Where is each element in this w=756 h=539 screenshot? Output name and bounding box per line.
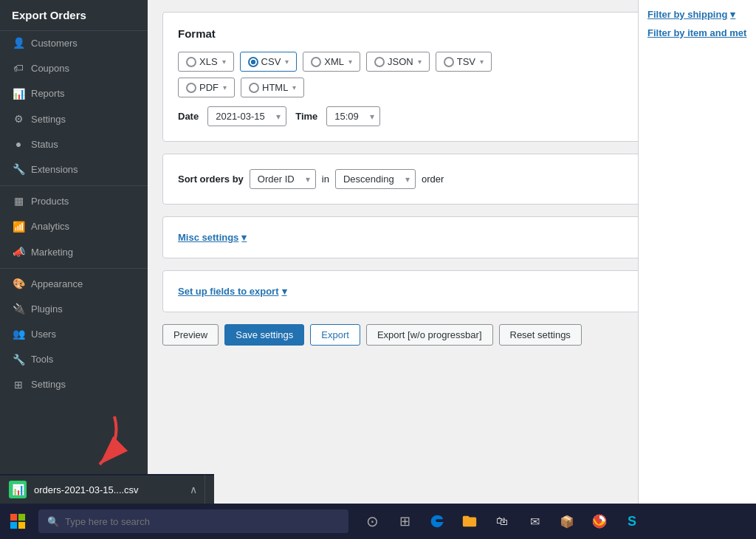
sidebar-header: Export Orders <box>0 0 148 31</box>
taskbar-mail-icon[interactable]: ✉ <box>520 507 549 536</box>
sort-dir-wrapper: Descending <box>335 169 416 189</box>
date-select[interactable]: 2021-03-15 <box>207 106 286 126</box>
xls-radio <box>186 57 196 67</box>
setup-chevron-icon: ▾ <box>282 286 287 297</box>
csv-radio <box>248 57 258 67</box>
tools-icon: 🔧 <box>12 353 25 366</box>
taskbar-dropbox-icon[interactable]: 📦 <box>552 507 582 536</box>
format-xml-btn[interactable]: XML ▾ <box>303 52 360 72</box>
html-arrow: ▾ <box>292 83 296 92</box>
sidebar-menu: 👤 Customers 🏷 Coupons 📊 Reports ⚙ Settin… <box>0 31 148 539</box>
preview-button[interactable]: Preview <box>162 324 219 346</box>
start-button[interactable] <box>0 504 35 539</box>
sidebar-item-users[interactable]: 👥 Users <box>0 322 148 347</box>
svg-rect-3 <box>10 522 17 529</box>
svg-rect-2 <box>18 514 25 521</box>
export-button[interactable]: Export <box>310 324 360 346</box>
sidebar-item-customers[interactable]: 👤 Customers <box>0 31 148 56</box>
csv-label: CSV <box>261 56 281 67</box>
download-filename: orders-2021-03-15....csv <box>34 484 182 495</box>
search-icon: 🔍 <box>47 516 59 527</box>
xml-label: XML <box>324 56 344 67</box>
export-no-progress-button[interactable]: Export [w/o progressbar] <box>366 324 493 346</box>
search-bar[interactable]: 🔍 <box>38 509 348 533</box>
tsv-radio <box>444 57 454 67</box>
xml-radio <box>311 57 321 67</box>
format-tsv-btn[interactable]: TSV ▾ <box>436 52 492 72</box>
date-label: Date <box>178 111 199 122</box>
sidebar-item-tools[interactable]: 🔧 Tools <box>0 347 148 372</box>
json-radio <box>374 57 385 67</box>
pdf-arrow: ▾ <box>223 83 227 92</box>
filter-shipping-link[interactable]: Filter by shipping ▾ <box>647 9 747 20</box>
reset-settings-button[interactable]: Reset settings <box>499 324 582 346</box>
misc-chevron-icon: ▾ <box>241 232 247 243</box>
taskbar-circle-icon[interactable]: ⊙ <box>357 507 387 536</box>
settings2-icon: ⊞ <box>12 379 25 392</box>
order-label: order <box>422 174 444 185</box>
html-label: HTML <box>262 82 288 93</box>
sort-label: Sort orders by <box>178 174 244 185</box>
format-html-btn[interactable]: HTML ▾ <box>241 78 304 97</box>
sidebar-item-status[interactable]: ● Status <box>0 132 148 157</box>
sort-field-select[interactable]: Order ID <box>250 169 316 189</box>
taskbar-grid-icon[interactable]: ⊞ <box>390 507 419 536</box>
misc-settings-link[interactable]: Misc settings ▾ <box>178 232 247 243</box>
taskbar-edge-icon[interactable] <box>422 507 452 536</box>
format-json-btn[interactable]: JSON ▾ <box>366 52 430 72</box>
analytics-icon: 📶 <box>12 220 25 233</box>
time-select[interactable]: 15:09 <box>326 106 380 126</box>
format-pdf-btn[interactable]: PDF ▾ <box>178 78 235 97</box>
sidebar-item-analytics[interactable]: 📶 Analytics <box>0 214 148 239</box>
download-divider <box>205 475 205 504</box>
time-select-wrapper: 15:09 <box>326 106 380 126</box>
sidebar-item-plugins[interactable]: 🔌 Plugins <box>0 297 148 322</box>
users-icon: 👥 <box>12 328 25 341</box>
sort-direction-select[interactable]: Descending <box>335 169 416 189</box>
sidebar-item-settings[interactable]: ⚙ Settings <box>0 107 148 132</box>
html-radio <box>249 83 259 93</box>
xls-label: XLS <box>199 56 218 67</box>
sidebar-item-coupons[interactable]: 🏷 Coupons <box>0 56 148 81</box>
taskbar-store-icon[interactable]: 🛍 <box>487 507 517 536</box>
download-file-icon: 📊 <box>9 481 27 498</box>
xls-arrow: ▾ <box>222 58 226 66</box>
taskbar-folder-icon[interactable] <box>455 507 484 536</box>
download-bar: 📊 orders-2021-03-15....csv ∧ <box>0 474 214 504</box>
svg-rect-4 <box>18 522 25 529</box>
search-input[interactable] <box>65 516 340 527</box>
save-settings-button[interactable]: Save settings <box>224 324 304 346</box>
taskbar-s-icon[interactable]: S <box>617 507 647 536</box>
tsv-arrow: ▾ <box>480 58 484 66</box>
csv-arrow: ▾ <box>285 58 289 66</box>
sidebar-item-appearance[interactable]: 🎨 Appearance <box>0 272 148 297</box>
sidebar-item-reports[interactable]: 📊 Reports <box>0 81 148 106</box>
in-label: in <box>322 174 329 185</box>
settings-icon: ⚙ <box>12 113 25 126</box>
right-panel: Filter by shipping ▾ Filter by item and … <box>638 0 756 504</box>
date-select-wrapper: 2021-03-15 <box>207 106 286 126</box>
status-icon: ● <box>12 138 25 151</box>
json-label: JSON <box>388 56 413 67</box>
json-arrow: ▾ <box>418 58 422 66</box>
filter-item-link[interactable]: Filter by item and met <box>647 27 747 38</box>
format-xls-btn[interactable]: XLS ▾ <box>178 52 234 72</box>
format-csv-btn[interactable]: CSV ▾ <box>240 52 298 72</box>
setup-fields-link[interactable]: Set up fields to export ▾ <box>178 286 287 297</box>
taskbar-icons: ⊙ ⊞ 🛍 ✉ 📦 S <box>357 507 647 536</box>
sidebar-item-products[interactable]: ▦ Products <box>0 189 148 214</box>
sidebar-item-marketing[interactable]: 📣 Marketing <box>0 240 148 265</box>
sidebar-item-settings2[interactable]: ⊞ Settings <box>0 372 148 397</box>
sidebar-item-extensions[interactable]: 🔧 Extensions <box>0 157 148 182</box>
extensions-icon: 🔧 <box>12 163 25 176</box>
sidebar: Export Orders 👤 Customers 🏷 Coupons 📊 Re… <box>0 0 148 539</box>
download-chevron-icon[interactable]: ∧ <box>190 484 197 495</box>
pdf-label: PDF <box>199 82 219 93</box>
tsv-label: TSV <box>457 56 475 67</box>
products-icon: ▦ <box>12 195 25 208</box>
coupons-icon: 🏷 <box>12 62 25 75</box>
taskbar-chrome-icon[interactable] <box>585 507 614 536</box>
sort-field-wrapper: Order ID <box>250 169 316 189</box>
reports-icon: 📊 <box>12 87 25 100</box>
appearance-icon: 🎨 <box>12 278 25 291</box>
